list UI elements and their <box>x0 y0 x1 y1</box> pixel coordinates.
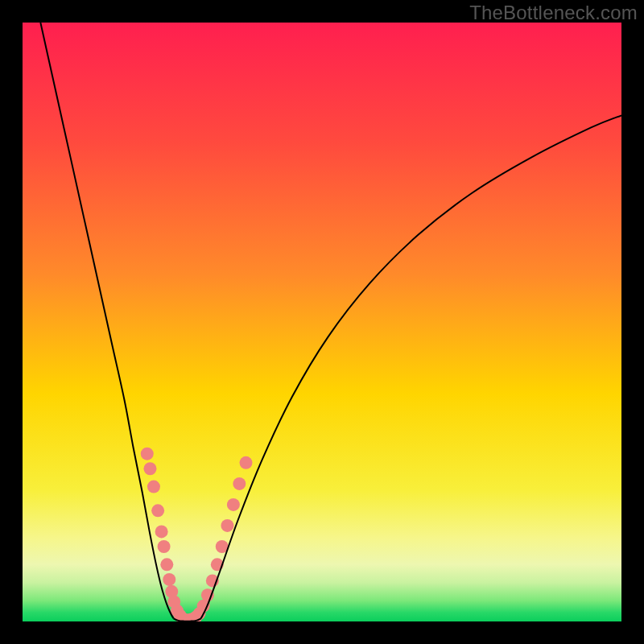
watermark-text: TheBottleneck.com <box>469 2 638 24</box>
marker-point <box>233 477 246 490</box>
marker-point <box>227 498 240 511</box>
chart-lines <box>40 23 621 621</box>
chart-markers <box>141 448 253 621</box>
chart-curves-layer <box>23 23 621 621</box>
marker-point <box>147 481 160 493</box>
chart-frame: TheBottleneck.com <box>0 0 644 644</box>
marker-point <box>141 448 154 460</box>
marker-point <box>163 573 175 586</box>
marker-point <box>143 462 156 475</box>
series-right-curve <box>201 115 621 618</box>
marker-point <box>158 540 171 553</box>
marker-point <box>151 504 164 517</box>
marker-point <box>155 525 168 538</box>
chart-plot-area <box>23 23 621 621</box>
marker-point <box>221 519 233 532</box>
series-left-curve <box>40 23 173 618</box>
marker-point <box>240 456 253 469</box>
marker-point <box>160 558 173 571</box>
